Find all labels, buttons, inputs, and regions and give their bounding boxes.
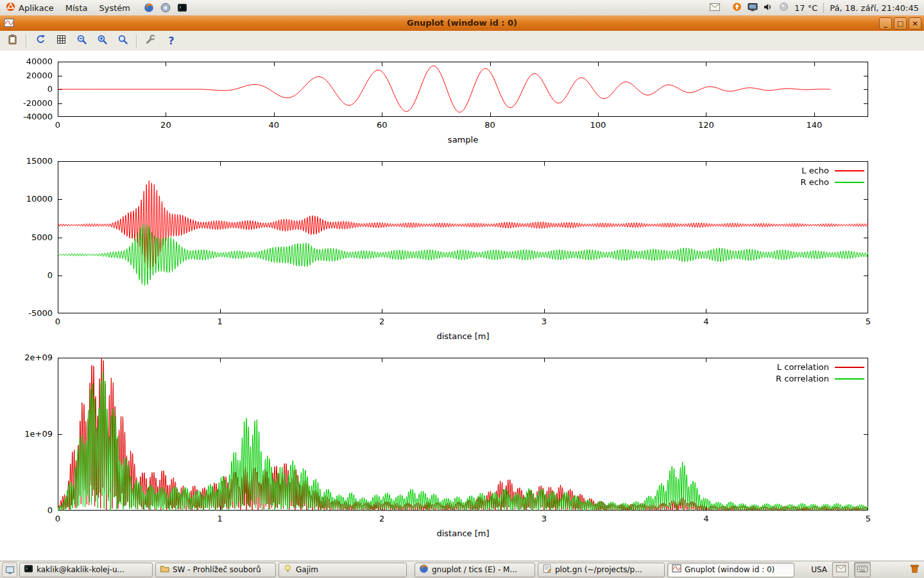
show-desktop-button[interactable] xyxy=(2,562,17,577)
taskbar-window-text-editor[interactable]: plot.gn (~/projects/p... xyxy=(538,563,665,577)
x-tick-label: 40 xyxy=(248,120,300,130)
mail-notification-button[interactable] xyxy=(832,562,849,577)
zoom-previous-button[interactable] xyxy=(74,33,89,49)
toolbar-separator xyxy=(26,35,27,48)
y-tick-label: 15000 xyxy=(1,156,53,166)
legend-line-sample xyxy=(835,182,864,183)
legend: L correlationR correlation xyxy=(776,362,864,383)
folder-icon xyxy=(160,564,169,575)
replot-button[interactable] xyxy=(33,33,47,49)
y-tick-label: 0 xyxy=(1,270,53,281)
autoscale-button[interactable] xyxy=(116,33,130,49)
taskbar-window-label: Gajim xyxy=(296,565,318,574)
legend-row: L correlation xyxy=(777,362,864,372)
taskbar-window-label: Gnuplot (window id : 0) xyxy=(685,565,774,574)
taskbar-tray: USA xyxy=(811,562,924,577)
x-tick-label: 5 xyxy=(843,317,894,326)
x-tick-label: 80 xyxy=(465,120,516,130)
x-tick-label: 140 xyxy=(789,120,840,130)
y-tick-label: 1e+09 xyxy=(1,429,53,439)
grid-icon xyxy=(56,34,67,48)
help-launcher-icon[interactable] xyxy=(160,3,171,13)
terminal-launcher-icon[interactable] xyxy=(177,3,187,13)
keyboard-icon xyxy=(857,565,868,575)
window-controls: _ □ × xyxy=(879,17,921,30)
y-tick-label: -20000 xyxy=(1,98,53,109)
mail-tray-icon[interactable] xyxy=(710,3,720,13)
menu-system[interactable]: Systém xyxy=(93,0,135,15)
toolbar-separator xyxy=(136,35,137,48)
volume-tray-icon[interactable] xyxy=(764,3,773,13)
ubuntu-logo-icon xyxy=(6,2,15,13)
y-tick-label: 0 xyxy=(1,84,53,94)
clock-label[interactable]: Pá, 18. září, 21:40:45 xyxy=(830,3,919,13)
legend-row: L echo xyxy=(801,166,864,175)
taskbar-window-gajim[interactable]: Gajim xyxy=(278,563,407,577)
plot-canvas-echo[interactable] xyxy=(58,161,868,313)
legend-line-sample xyxy=(835,170,864,171)
menu-system-label: Systém xyxy=(99,3,130,13)
close-button[interactable]: × xyxy=(909,17,921,30)
taskbar-window-label: plot.gn (~/projects/p... xyxy=(555,565,642,574)
maximize-button[interactable]: □ xyxy=(894,17,907,30)
menu-applications[interactable]: Aplikace xyxy=(0,0,60,15)
x-tick-label: 1 xyxy=(194,514,246,523)
text-editor-icon xyxy=(542,564,552,575)
plot-canvas-correlation[interactable] xyxy=(58,358,868,511)
x-axis-label: sample xyxy=(58,135,868,144)
legend-line-sample xyxy=(835,367,864,368)
x-tick-label: 3 xyxy=(518,514,570,523)
x-axis-label: distance [m] xyxy=(58,331,868,341)
configure-button[interactable] xyxy=(144,33,158,49)
minimize-button[interactable]: _ xyxy=(879,17,892,30)
legend-label: R correlation xyxy=(776,374,829,383)
help-button[interactable]: ? xyxy=(164,33,178,49)
taskbar-window-terminal[interactable]: kaklik@kaklik-kolej-u... xyxy=(19,563,153,577)
gnuplot-window-titlebar[interactable]: Gnuplot (window id : 0) _ □ × xyxy=(0,15,924,31)
keyboard-layout-indicator[interactable]: USA xyxy=(811,565,827,574)
legend-label: L echo xyxy=(801,166,829,175)
x-tick-label: 0 xyxy=(32,514,83,523)
firefox-launcher-icon[interactable] xyxy=(144,3,154,13)
clipboard-icon xyxy=(7,34,18,48)
menu-places[interactable]: Místa xyxy=(60,0,94,15)
x-tick-label: 5 xyxy=(843,514,894,523)
x-tick-label: 2 xyxy=(356,514,407,523)
window-title: Gnuplot (window id : 0) xyxy=(0,15,924,31)
display-tray-icon[interactable] xyxy=(748,3,758,13)
y-tick-label: 2e+09 xyxy=(1,353,53,363)
x-tick-label: 4 xyxy=(680,317,732,326)
zoom-next-button[interactable] xyxy=(95,33,109,49)
y-tick-label: 10000 xyxy=(1,194,53,204)
taskbar-window-firefox[interactable]: gnuplot / tics (E) - M... xyxy=(415,563,535,577)
x-tick-label: 0 xyxy=(32,317,83,326)
legend-row: R echo xyxy=(800,177,864,187)
wrench-icon xyxy=(146,34,157,48)
x-axis-label: distance [m] xyxy=(58,529,868,538)
chart-correlation: 01e+092e+09012345distance [m]L correlati… xyxy=(58,358,868,511)
taskbar-window-gnuplot[interactable]: Gnuplot (window id : 0) xyxy=(667,563,794,577)
taskbar-window-label: SW - Prohlížeč souborů xyxy=(173,565,261,574)
y-tick-label: 20000 xyxy=(1,71,53,81)
zoom-in-magnifier-icon xyxy=(97,34,108,48)
weather-tray-icon[interactable] xyxy=(779,2,789,13)
update-notifier-icon[interactable] xyxy=(732,2,742,13)
legend-label: R echo xyxy=(800,177,829,187)
gnuplot-icon xyxy=(672,564,681,575)
temperature-label[interactable]: 17 °C xyxy=(794,3,817,13)
legend-row: R correlation xyxy=(776,374,864,383)
chart-sample-waveform: -40000-200000200004000002040608010012014… xyxy=(58,62,868,117)
taskbar-window-file-manager[interactable]: SW - Prohlížeč souborů xyxy=(155,563,276,577)
zoom-out-magnifier-icon xyxy=(76,34,87,48)
tray-separator xyxy=(823,3,824,13)
firefox-icon xyxy=(419,564,429,575)
help-icon: ? xyxy=(168,35,174,47)
mail-icon xyxy=(836,565,846,574)
copy-to-clipboard-button[interactable] xyxy=(5,33,19,49)
panel-tray: 17 °C Pá, 18. září, 21:40:45 xyxy=(710,2,924,13)
toggle-grid-button[interactable] xyxy=(54,33,68,49)
keyboard-status-button[interactable] xyxy=(854,562,871,577)
plot-canvas-chirp[interactable] xyxy=(58,62,868,117)
trash-icon[interactable] xyxy=(909,563,920,576)
legend: L echoR echo xyxy=(800,166,864,187)
